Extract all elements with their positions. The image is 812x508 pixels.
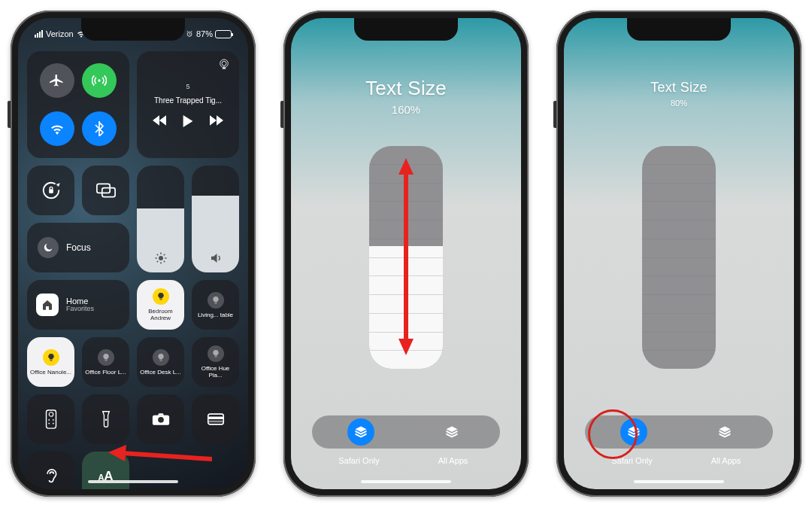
bluetooth-button[interactable] [82, 111, 117, 146]
sun-icon [154, 251, 168, 265]
phone-control-center: Verizon 87% [11, 11, 256, 497]
device-label: Office Floor L... [85, 369, 126, 376]
camera-button[interactable] [137, 394, 184, 444]
hearing-button[interactable] [27, 452, 74, 489]
bulb-icon [208, 345, 224, 362]
track-title: Three Trapped Tig... [154, 96, 222, 105]
device-office-nano[interactable]: Office Nanole... [27, 337, 74, 387]
svg-point-11 [48, 419, 50, 421]
signal-bars-icon [35, 30, 43, 38]
volume-slider[interactable] [192, 166, 239, 272]
bulb-icon [208, 292, 224, 309]
svg-point-12 [52, 419, 53, 421]
text-size-percent: 80% [564, 99, 794, 108]
next-track-button[interactable] [210, 115, 223, 127]
svg-point-17 [158, 417, 164, 423]
segment-label-right: All Apps [406, 456, 500, 465]
device-label: Bedroom Andrew [140, 308, 181, 321]
wallet-button[interactable] [192, 394, 239, 444]
text-size-percent: 160% [291, 103, 521, 116]
segment-label-left: Safari Only [312, 456, 406, 465]
svg-point-13 [48, 423, 50, 424]
bulb-icon [153, 288, 169, 305]
svg-line-21 [122, 453, 212, 459]
svg-marker-22 [108, 445, 126, 461]
focus-label: Focus [66, 242, 91, 253]
segment-label-left: Safari Only [585, 456, 679, 465]
device-office-desk[interactable]: Office Desk L... [137, 337, 184, 387]
device-bedroom[interactable]: Bedroom Andrew [137, 280, 184, 330]
airplane-mode-button[interactable] [40, 63, 74, 98]
speaker-icon [209, 251, 223, 265]
alarm-icon [186, 30, 193, 38]
segment-all-apps[interactable] [438, 418, 465, 446]
home-subtitle: Favorites [66, 306, 94, 313]
orientation-lock-button[interactable] [27, 166, 74, 215]
bulb-icon [43, 349, 59, 366]
screen-mirroring-button[interactable] [82, 166, 129, 215]
control-center-grid: 5 Three Trapped Tig... Focus [27, 51, 239, 471]
wifi-button[interactable] [40, 111, 74, 146]
notch [354, 18, 458, 41]
device-label: Office Nanole... [30, 369, 71, 376]
home-indicator[interactable] [634, 480, 724, 483]
svg-rect-19 [208, 417, 223, 419]
play-button[interactable] [183, 115, 193, 127]
annotation-circle [588, 409, 638, 459]
annotation-arrow [107, 438, 212, 468]
device-office-hue[interactable]: Office Hue Pla... [192, 337, 239, 387]
annotation-double-arrow [395, 158, 417, 355]
flashlight-button[interactable] [82, 394, 129, 444]
battery-pct: 87% [196, 29, 213, 38]
text-size-title: Text Size [564, 80, 794, 96]
device-living[interactable]: Living... table [192, 280, 239, 330]
home-icon [36, 294, 59, 316]
svg-point-10 [49, 412, 53, 417]
device-label: Office Hue Pla... [195, 365, 236, 379]
svg-point-1 [98, 79, 100, 81]
segment-label-right: All Apps [679, 456, 773, 465]
track-number: 5 [186, 83, 189, 90]
segment-labels: Safari Only All Apps [312, 456, 500, 465]
svg-point-14 [52, 423, 53, 424]
text-size-header: Text Size 80% [564, 80, 794, 108]
cellular-data-button[interactable] [82, 63, 117, 98]
home-favorites-tile[interactable]: Home Favorites [27, 280, 129, 330]
now-playing-tile[interactable]: 5 Three Trapped Tig... [137, 51, 239, 158]
focus-button[interactable]: Focus [27, 223, 129, 272]
svg-marker-24 [398, 158, 414, 175]
svg-point-15 [105, 419, 107, 421]
bulb-icon [153, 349, 169, 366]
svg-rect-9 [46, 410, 56, 428]
svg-marker-25 [398, 339, 414, 355]
prev-track-button[interactable] [153, 115, 166, 127]
brightness-slider[interactable] [137, 166, 184, 272]
svg-point-3 [222, 61, 226, 65]
carrier-label: Verizon [46, 29, 74, 38]
device-label: Living... table [198, 312, 233, 318]
text-size-slider[interactable] [642, 146, 716, 369]
segment-safari-only[interactable] [347, 418, 374, 446]
apple-tv-remote-button[interactable] [27, 394, 74, 444]
svg-rect-20 [208, 421, 223, 423]
scope-segment[interactable] [312, 415, 500, 449]
svg-point-8 [159, 256, 163, 260]
device-office-floor[interactable]: Office Floor L... [82, 337, 129, 387]
airplay-icon[interactable] [218, 59, 230, 69]
segment-all-apps[interactable] [711, 418, 738, 446]
notch [627, 18, 731, 41]
home-indicator[interactable] [361, 480, 451, 483]
moon-icon [38, 237, 59, 258]
notch [81, 18, 185, 41]
home-indicator[interactable] [88, 480, 178, 483]
text-size-title: Text Size [291, 77, 521, 100]
bulb-icon [98, 349, 114, 366]
phone-text-size-80: Text Size 80% Safari Only All Apps [556, 11, 801, 497]
device-label: Office Desk L... [140, 369, 181, 376]
connectivity-tile[interactable] [27, 51, 129, 158]
text-size-header: Text Size 160% [291, 77, 521, 116]
battery-icon [215, 30, 232, 38]
phone-text-size-160: Text Size 160% Safa [283, 11, 529, 497]
svg-rect-5 [49, 189, 53, 193]
